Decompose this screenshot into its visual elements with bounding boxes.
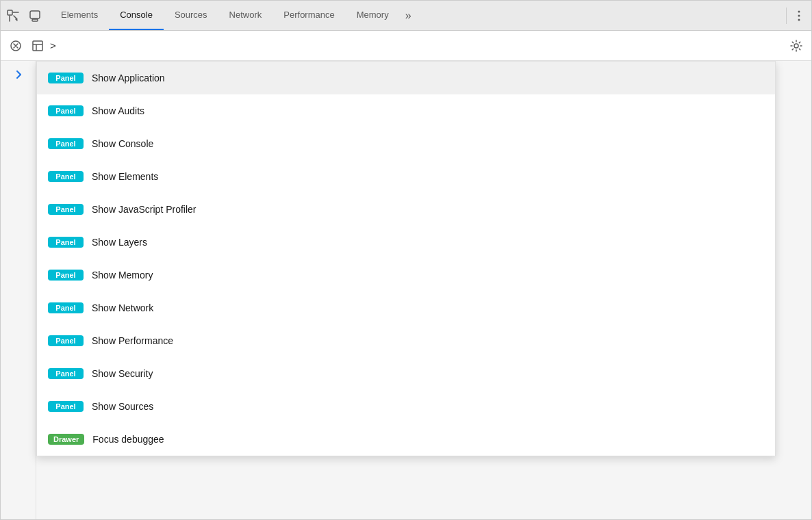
dropdown-item-label: Show Memory	[92, 270, 153, 281]
dropdown-item-show-audits[interactable]: PanelShow Audits	[37, 94, 775, 127]
devtools-window: Elements Console Sources Network Perform…	[0, 0, 812, 520]
clear-console-icon[interactable]	[6, 36, 25, 55]
tab-more-button[interactable]: »	[400, 1, 417, 30]
svg-point-4	[798, 14, 800, 16]
dropdown-item-show-security[interactable]: PanelShow Security	[37, 357, 775, 390]
svg-point-8	[794, 44, 798, 48]
device-toolbar-icon[interactable]	[25, 6, 45, 25]
badge-panel: Panel	[48, 237, 84, 248]
inspect-element-icon[interactable]	[3, 6, 23, 25]
svg-rect-1	[30, 11, 40, 18]
badge-panel: Panel	[48, 73, 84, 83]
dropdown-item-label: Show Security	[92, 368, 153, 379]
tab-bar: Elements Console Sources Network Perform…	[1, 1, 811, 31]
autocomplete-dropdown: PanelShow ApplicationPanelShow AuditsPan…	[36, 61, 776, 456]
console-prompt: >	[50, 40, 787, 51]
dropdown-item-label: Show Layers	[92, 237, 147, 248]
badge-panel: Panel	[48, 368, 84, 379]
badge-panel: Panel	[48, 138, 84, 149]
dropdown-item-show-layers[interactable]: PanelShow Layers	[37, 226, 775, 259]
dropdown-container: PanelShow ApplicationPanelShow AuditsPan…	[36, 61, 811, 519]
tab-sources[interactable]: Sources	[164, 1, 218, 30]
dropdown-item-show-performance[interactable]: PanelShow Performance	[37, 324, 775, 357]
tab-console[interactable]: Console	[109, 1, 164, 30]
expand-console-icon[interactable]	[28, 36, 47, 55]
svg-rect-0	[8, 10, 12, 15]
dropdown-item-label: Show Network	[92, 302, 153, 313]
console-right	[787, 36, 806, 55]
dropdown-item-label: Show Elements	[92, 171, 158, 182]
badge-drawer: Drawer	[48, 434, 84, 445]
badge-panel: Panel	[48, 335, 84, 346]
more-options-icon[interactable]	[789, 6, 809, 25]
badge-panel: Panel	[48, 204, 84, 215]
settings-icon[interactable]	[787, 36, 806, 55]
console-bar: >	[1, 31, 811, 61]
expand-arrow[interactable]	[10, 66, 27, 83]
badge-panel: Panel	[48, 105, 84, 116]
badge-panel: Panel	[48, 401, 84, 412]
tab-network[interactable]: Network	[218, 1, 273, 30]
badge-panel: Panel	[48, 302, 84, 313]
svg-point-5	[798, 18, 800, 21]
dropdown-item-label: Show Console	[92, 138, 153, 149]
svg-point-3	[798, 10, 800, 12]
dropdown-item-show-elements[interactable]: PanelShow Elements	[37, 160, 775, 193]
dropdown-item-label: Show JavaScript Profiler	[92, 204, 196, 215]
svg-rect-7	[33, 41, 42, 51]
tabs: Elements Console Sources Network Perform…	[50, 1, 783, 30]
tab-elements[interactable]: Elements	[50, 1, 109, 30]
dropdown-item-focus-debuggee[interactable]: DrawerFocus debuggee	[37, 423, 775, 456]
dropdown-item-show-application[interactable]: PanelShow Application	[37, 62, 775, 94]
dropdown-item-show-javascript-profiler[interactable]: PanelShow JavaScript Profiler	[37, 193, 775, 226]
dropdown-item-show-network[interactable]: PanelShow Network	[37, 291, 775, 324]
dropdown-item-label: Show Audits	[92, 105, 144, 116]
dropdown-item-label: Focus debuggee	[92, 434, 164, 445]
dropdown-item-label: Show Performance	[92, 335, 173, 346]
dropdown-item-label: Show Sources	[92, 401, 153, 412]
main-content: PanelShow ApplicationPanelShow AuditsPan…	[1, 61, 811, 519]
tab-bar-right	[789, 6, 809, 25]
badge-panel: Panel	[48, 171, 84, 182]
console-prompt-symbol: >	[50, 40, 56, 51]
dropdown-item-label: Show Application	[92, 73, 165, 83]
badge-panel: Panel	[48, 270, 84, 281]
left-sidebar	[1, 61, 36, 519]
svg-rect-2	[32, 19, 38, 21]
dropdown-item-show-sources[interactable]: PanelShow Sources	[37, 390, 775, 423]
dropdown-item-show-memory[interactable]: PanelShow Memory	[37, 259, 775, 291]
tab-memory[interactable]: Memory	[346, 1, 400, 30]
tab-performance[interactable]: Performance	[272, 1, 345, 30]
tab-divider	[786, 8, 787, 24]
tab-bar-icons	[3, 6, 45, 25]
dropdown-item-show-console[interactable]: PanelShow Console	[37, 127, 775, 160]
